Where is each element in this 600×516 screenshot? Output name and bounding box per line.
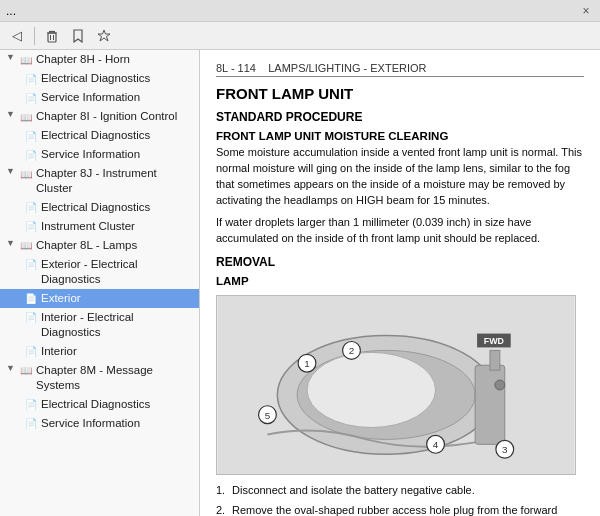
star-icon [97, 29, 111, 43]
delete-button[interactable] [41, 25, 63, 47]
page-ch8l-int-icon: 📄 [24, 345, 38, 359]
sidebar-item-ch8l-int[interactable]: 📄 Interior [0, 342, 199, 361]
sidebar-item-ch8h-elec[interactable]: 📄 Electrical Diagnostics [0, 69, 199, 88]
svg-rect-13 [490, 350, 500, 370]
svg-rect-0 [48, 33, 56, 42]
sidebar-item-ch8l-ext-elec[interactable]: 📄 Exterior - Electrical Diagnostics [0, 255, 199, 289]
page-ch8h-elec-icon: 📄 [24, 72, 38, 86]
sidebar-item-ch8h[interactable]: ▼ 📖 Chapter 8H - Horn [0, 50, 199, 69]
page-ch8m-elec-icon: 📄 [24, 398, 38, 412]
svg-text:3: 3 [502, 444, 508, 455]
page-ch8j-ic-icon: 📄 [24, 220, 38, 234]
ch8h-label: Chapter 8H - Horn [36, 52, 130, 67]
svg-text:2: 2 [349, 345, 355, 356]
book-ch8m-icon: 📖 [19, 364, 33, 378]
title-bar-left: ... [6, 4, 16, 18]
ch8l-label: Chapter 8L - Lamps [36, 238, 137, 253]
sidebar-item-ch8j-elec[interactable]: 📄 Electrical Diagnostics [0, 198, 199, 217]
ch8m-label: Chapter 8M - Message Systems [36, 363, 195, 393]
book-ch8l-icon: 📖 [19, 239, 33, 253]
content-ref: 8L - 114 LAMPS/LIGHTING - EXTERIOR [216, 62, 427, 74]
page-ch8l-ext-elec-icon: 📄 [24, 258, 38, 272]
sidebar-item-ch8m-svc[interactable]: 📄 Service Information [0, 414, 199, 433]
expand-ch8j-icon: ▼ [6, 166, 18, 178]
book-ch8j-icon: 📖 [19, 167, 33, 181]
content-sub-heading-1: FRONT LAMP UNIT MOISTURE CLEARING [216, 130, 584, 142]
sidebar-item-ch8i-elec[interactable]: 📄 Electrical Diagnostics [0, 126, 199, 145]
star-button[interactable] [93, 25, 115, 47]
toolbar-separator-1 [34, 27, 35, 45]
toolbar: ◁ [0, 22, 600, 50]
trash-icon [45, 29, 59, 43]
title-text: ... [6, 4, 16, 18]
sidebar: ▼ 📖 Chapter 8H - Horn 📄 Electrical Diagn… [0, 50, 200, 516]
expand-ch8l-icon: ▼ [6, 238, 18, 250]
page-ch8i-svc-icon: 📄 [24, 148, 38, 162]
sidebar-item-ch8l-int-elec[interactable]: 📄 Interior - Electrical Diagnostics [0, 308, 199, 342]
book-ch8h-icon: 📖 [19, 53, 33, 67]
svg-point-14 [495, 380, 505, 390]
title-bar: ... × [0, 0, 600, 22]
svg-rect-12 [475, 365, 505, 444]
back-button[interactable]: ◁ [6, 25, 28, 47]
content-area: 8L - 114 LAMPS/LIGHTING - EXTERIOR FRONT… [200, 50, 600, 516]
sidebar-item-ch8j-ic[interactable]: 📄 Instrument Cluster [0, 217, 199, 236]
lamp-diagram-image: 1 2 3 4 5 FWD [216, 295, 576, 475]
content-section-heading-2: REMOVAL [216, 255, 584, 269]
sidebar-item-ch8h-svc[interactable]: 📄 Service Information [0, 88, 199, 107]
page-ch8m-svc-icon: 📄 [24, 417, 38, 431]
lamp-diagram-svg: 1 2 3 4 5 FWD [217, 296, 575, 474]
bookmark-icon [72, 29, 84, 43]
sidebar-item-ch8i[interactable]: ▼ 📖 Chapter 8I - Ignition Control [0, 107, 199, 126]
main-area: ▼ 📖 Chapter 8H - Horn 📄 Electrical Diagn… [0, 50, 600, 516]
sidebar-item-ch8m[interactable]: ▼ 📖 Chapter 8M - Message Systems [0, 361, 199, 395]
ch8j-label: Chapter 8J - Instrument Cluster [36, 166, 195, 196]
svg-text:1: 1 [304, 358, 310, 369]
page-ch8l-int-elec-icon: 📄 [24, 311, 38, 325]
ch8i-label: Chapter 8I - Ignition Control [36, 109, 177, 124]
content-para-2: If water droplets larger than 1 millimet… [216, 215, 584, 247]
page-ch8j-elec-icon: 📄 [24, 201, 38, 215]
bookmark-button[interactable] [67, 25, 89, 47]
page-ch8l-ext-icon: 📄 [24, 292, 38, 306]
content-para-1: Some moisture accumulation inside a vent… [216, 145, 584, 209]
content-header: 8L - 114 LAMPS/LIGHTING - EXTERIOR [216, 62, 584, 77]
sidebar-item-ch8l-ext[interactable]: 📄 Exterior [0, 289, 199, 308]
page-ch8h-svc-icon: 📄 [24, 91, 38, 105]
svg-point-11 [307, 352, 436, 427]
page-ch8i-elec-icon: 📄 [24, 129, 38, 143]
sidebar-item-ch8j[interactable]: ▼ 📖 Chapter 8J - Instrument Cluster [0, 164, 199, 198]
sidebar-item-ch8m-elec[interactable]: 📄 Electrical Diagnostics [0, 395, 199, 414]
steps-list: 1. Disconnect and isolate the battery ne… [216, 483, 584, 516]
sidebar-item-ch8i-svc[interactable]: 📄 Service Information [0, 145, 199, 164]
book-ch8i-icon: 📖 [19, 110, 33, 124]
svg-text:4: 4 [433, 439, 439, 450]
expand-ch8h-icon: ▼ [6, 52, 18, 64]
step-1: 1. Disconnect and isolate the battery ne… [216, 483, 584, 499]
expand-ch8i-icon: ▼ [6, 109, 18, 121]
content-section-heading-1: STANDARD PROCEDURE [216, 110, 584, 124]
step-2: 2. Remove the oval-shaped rubber access … [216, 503, 584, 516]
svg-text:FWD: FWD [484, 336, 505, 346]
svg-marker-7 [98, 30, 110, 41]
content-main-title: FRONT LAMP UNIT [216, 85, 584, 102]
close-button[interactable]: × [578, 3, 594, 19]
expand-ch8m-icon: ▼ [6, 363, 18, 375]
svg-text:5: 5 [265, 409, 271, 420]
content-sub-heading-2: LAMP [216, 275, 584, 287]
sidebar-item-ch8l[interactable]: ▼ 📖 Chapter 8L - Lamps [0, 236, 199, 255]
